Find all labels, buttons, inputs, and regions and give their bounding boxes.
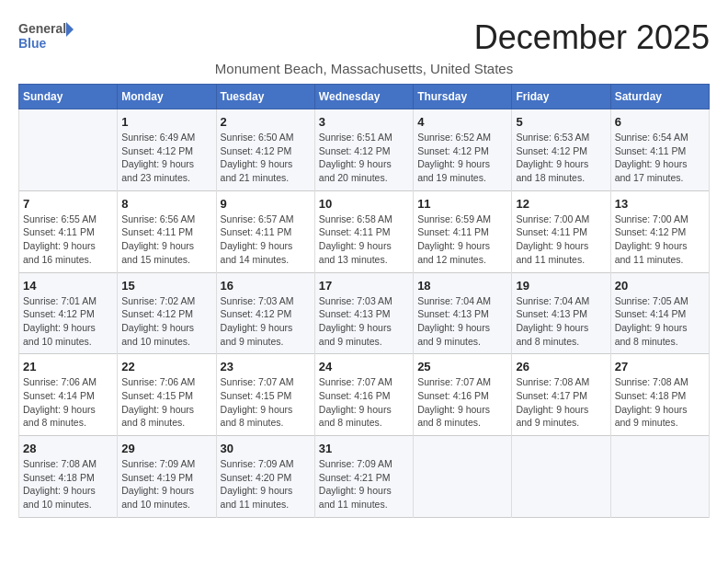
svg-text:General: General xyxy=(18,21,66,36)
day-info: Sunrise: 6:59 AMSunset: 4:11 PMDaylight:… xyxy=(417,213,507,267)
header-row: Sunday Monday Tuesday Wednesday Thursday… xyxy=(19,85,710,109)
day-number: 4 xyxy=(417,115,507,129)
cell-week4-day0: 21Sunrise: 7:06 AMSunset: 4:14 PMDayligh… xyxy=(19,354,118,436)
day-number: 16 xyxy=(221,279,311,293)
cell-week5-day1: 29Sunrise: 7:09 AMSunset: 4:19 PMDayligh… xyxy=(118,436,216,518)
day-number: 23 xyxy=(221,360,311,373)
day-info: Sunrise: 7:06 AMSunset: 4:15 PMDaylight:… xyxy=(121,375,211,430)
cell-week3-day5: 19Sunrise: 7:04 AMSunset: 4:13 PMDayligh… xyxy=(512,272,610,354)
day-number: 30 xyxy=(221,442,311,455)
week-row-2: 7Sunrise: 6:55 AMSunset: 4:11 PMDaylight… xyxy=(19,190,710,272)
day-info: Sunrise: 7:08 AMSunset: 4:18 PMDaylight:… xyxy=(615,375,705,430)
cell-week1-day4: 4Sunrise: 6:52 AMSunset: 4:12 PMDaylight… xyxy=(414,109,512,191)
day-number: 31 xyxy=(319,442,409,455)
cell-week3-day6: 20Sunrise: 7:05 AMSunset: 4:14 PMDayligh… xyxy=(610,272,709,354)
cell-week1-day6: 6Sunrise: 6:54 AMSunset: 4:11 PMDaylight… xyxy=(610,109,709,191)
day-number: 18 xyxy=(417,279,507,293)
day-info: Sunrise: 6:52 AMSunset: 4:12 PMDaylight:… xyxy=(417,131,507,185)
header-sunday: Sunday xyxy=(19,85,118,109)
page-container: General Blue December 2025 Monument Beac… xyxy=(18,18,710,518)
calendar-header: Sunday Monday Tuesday Wednesday Thursday… xyxy=(19,85,710,109)
day-number: 17 xyxy=(319,279,409,293)
day-number: 27 xyxy=(615,360,705,373)
day-number: 19 xyxy=(516,279,606,293)
cell-week3-day0: 14Sunrise: 7:01 AMSunset: 4:12 PMDayligh… xyxy=(19,272,118,354)
cell-week2-day0: 7Sunrise: 6:55 AMSunset: 4:11 PMDaylight… xyxy=(19,190,118,272)
cell-week3-day1: 15Sunrise: 7:02 AMSunset: 4:12 PMDayligh… xyxy=(118,272,216,354)
svg-text:Blue: Blue xyxy=(18,36,47,51)
cell-week2-day3: 10Sunrise: 6:58 AMSunset: 4:11 PMDayligh… xyxy=(314,190,413,272)
logo: General Blue xyxy=(18,18,74,52)
day-info: Sunrise: 7:02 AMSunset: 4:12 PMDaylight:… xyxy=(121,294,211,349)
day-info: Sunrise: 7:08 AMSunset: 4:17 PMDaylight:… xyxy=(516,375,606,430)
day-number: 24 xyxy=(319,360,409,373)
week-row-5: 28Sunrise: 7:08 AMSunset: 4:18 PMDayligh… xyxy=(19,436,710,518)
cell-week1-day0 xyxy=(19,109,118,191)
day-info: Sunrise: 7:06 AMSunset: 4:14 PMDaylight:… xyxy=(23,375,113,430)
day-number: 9 xyxy=(221,197,311,211)
cell-week3-day4: 18Sunrise: 7:04 AMSunset: 4:13 PMDayligh… xyxy=(414,272,512,354)
day-info: Sunrise: 6:56 AMSunset: 4:11 PMDaylight:… xyxy=(121,213,211,267)
day-number: 1 xyxy=(121,115,211,129)
cell-week2-day4: 11Sunrise: 6:59 AMSunset: 4:11 PMDayligh… xyxy=(414,190,512,272)
week-row-3: 14Sunrise: 7:01 AMSunset: 4:12 PMDayligh… xyxy=(19,272,710,354)
cell-week1-day3: 3Sunrise: 6:51 AMSunset: 4:12 PMDaylight… xyxy=(314,109,413,191)
day-info: Sunrise: 7:03 AMSunset: 4:12 PMDaylight:… xyxy=(221,294,311,349)
header-saturday: Saturday xyxy=(610,85,709,109)
day-info: Sunrise: 6:57 AMSunset: 4:11 PMDaylight:… xyxy=(221,213,311,267)
calendar-table: Sunday Monday Tuesday Wednesday Thursday… xyxy=(18,84,710,518)
day-info: Sunrise: 7:08 AMSunset: 4:18 PMDaylight:… xyxy=(23,457,113,511)
day-number: 20 xyxy=(615,279,705,293)
day-number: 8 xyxy=(121,197,211,211)
cell-week2-day1: 8Sunrise: 6:56 AMSunset: 4:11 PMDaylight… xyxy=(118,190,216,272)
cell-week4-day4: 25Sunrise: 7:07 AMSunset: 4:16 PMDayligh… xyxy=(414,354,512,436)
cell-week1-day1: 1Sunrise: 6:49 AMSunset: 4:12 PMDaylight… xyxy=(118,109,216,191)
day-info: Sunrise: 7:00 AMSunset: 4:11 PMDaylight:… xyxy=(516,213,606,267)
cell-week3-day2: 16Sunrise: 7:03 AMSunset: 4:12 PMDayligh… xyxy=(216,272,314,354)
day-info: Sunrise: 7:04 AMSunset: 4:13 PMDaylight:… xyxy=(516,294,606,349)
cell-week4-day5: 26Sunrise: 7:08 AMSunset: 4:17 PMDayligh… xyxy=(512,354,610,436)
day-info: Sunrise: 6:53 AMSunset: 4:12 PMDaylight:… xyxy=(516,131,606,185)
day-info: Sunrise: 7:05 AMSunset: 4:14 PMDaylight:… xyxy=(615,294,705,349)
day-info: Sunrise: 7:09 AMSunset: 4:19 PMDaylight:… xyxy=(121,457,211,511)
header-area: General Blue December 2025 xyxy=(18,18,710,57)
day-number: 28 xyxy=(23,442,113,455)
day-info: Sunrise: 7:07 AMSunset: 4:16 PMDaylight:… xyxy=(319,375,409,430)
cell-week1-day5: 5Sunrise: 6:53 AMSunset: 4:12 PMDaylight… xyxy=(512,109,610,191)
header-friday: Friday xyxy=(512,85,610,109)
day-info: Sunrise: 7:07 AMSunset: 4:16 PMDaylight:… xyxy=(417,375,507,430)
day-info: Sunrise: 7:01 AMSunset: 4:12 PMDaylight:… xyxy=(23,294,113,349)
day-number: 15 xyxy=(121,279,211,293)
cell-week2-day6: 13Sunrise: 7:00 AMSunset: 4:12 PMDayligh… xyxy=(610,190,709,272)
month-title: December 2025 xyxy=(474,18,710,57)
cell-week4-day6: 27Sunrise: 7:08 AMSunset: 4:18 PMDayligh… xyxy=(610,354,709,436)
day-number: 22 xyxy=(121,360,211,373)
day-info: Sunrise: 6:54 AMSunset: 4:11 PMDaylight:… xyxy=(615,131,705,185)
day-info: Sunrise: 6:50 AMSunset: 4:12 PMDaylight:… xyxy=(221,131,311,185)
calendar-body: 1Sunrise: 6:49 AMSunset: 4:12 PMDaylight… xyxy=(19,109,710,518)
day-info: Sunrise: 7:03 AMSunset: 4:13 PMDaylight:… xyxy=(319,294,409,349)
day-info: Sunrise: 6:49 AMSunset: 4:12 PMDaylight:… xyxy=(121,131,211,185)
day-number: 3 xyxy=(319,115,409,129)
cell-week5-day5 xyxy=(512,436,610,518)
day-info: Sunrise: 7:04 AMSunset: 4:13 PMDaylight:… xyxy=(417,294,507,349)
cell-week5-day6 xyxy=(610,436,709,518)
cell-week5-day2: 30Sunrise: 7:09 AMSunset: 4:20 PMDayligh… xyxy=(216,436,314,518)
day-info: Sunrise: 6:51 AMSunset: 4:12 PMDaylight:… xyxy=(319,131,409,185)
day-number: 21 xyxy=(23,360,113,373)
day-number: 7 xyxy=(23,197,113,211)
cell-week5-day0: 28Sunrise: 7:08 AMSunset: 4:18 PMDayligh… xyxy=(19,436,118,518)
day-number: 26 xyxy=(516,360,606,373)
header-wednesday: Wednesday xyxy=(314,85,413,109)
day-number: 14 xyxy=(23,279,113,293)
week-row-1: 1Sunrise: 6:49 AMSunset: 4:12 PMDaylight… xyxy=(19,109,710,191)
day-number: 5 xyxy=(516,115,606,129)
logo-svg: General Blue xyxy=(18,18,74,52)
week-row-4: 21Sunrise: 7:06 AMSunset: 4:14 PMDayligh… xyxy=(19,354,710,436)
cell-week2-day5: 12Sunrise: 7:00 AMSunset: 4:11 PMDayligh… xyxy=(512,190,610,272)
day-info: Sunrise: 7:00 AMSunset: 4:12 PMDaylight:… xyxy=(615,213,705,267)
day-info: Sunrise: 7:07 AMSunset: 4:15 PMDaylight:… xyxy=(221,375,311,430)
day-info: Sunrise: 6:55 AMSunset: 4:11 PMDaylight:… xyxy=(23,213,113,267)
location-subtitle: Monument Beach, Massachusetts, United St… xyxy=(18,61,710,76)
day-number: 12 xyxy=(516,197,606,211)
